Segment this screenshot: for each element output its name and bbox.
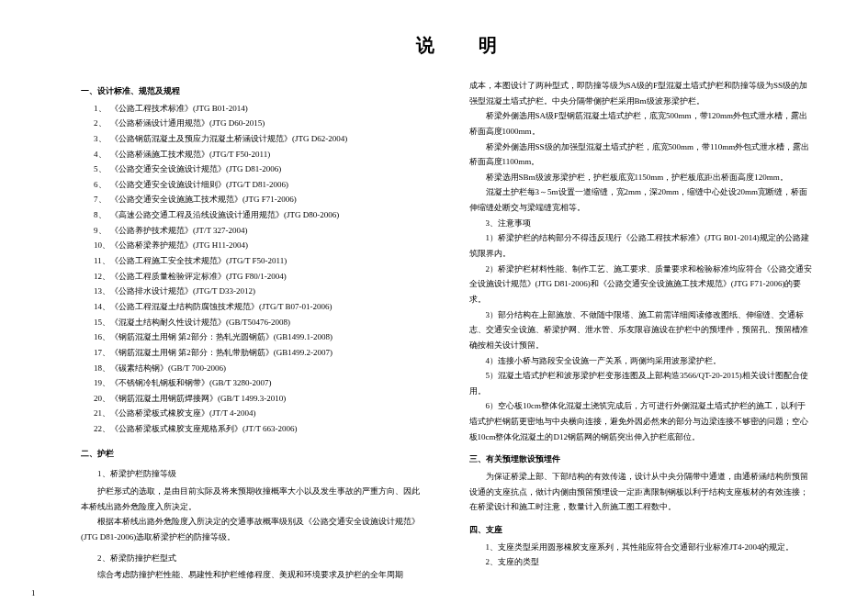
list-item: 3、《公路钢筋混凝土及预应力混凝土桥涵设计规范》(JTG D62-2004) [81, 131, 425, 147]
list-item-text: 《公路工程施工安全技术规范》(JTG/T F50-2011) [110, 256, 287, 265]
section-3-heading: 三、有关预埋散设预埋件 [469, 452, 814, 467]
list-item: 11、《公路工程施工安全技术规范》(JTG/T F50-2011) [81, 253, 425, 269]
columns: 一、设计标准、规范及规程 1、《公路工程技术标准》(JTG B01-2014) … [81, 78, 813, 596]
paragraph: 为保证桥梁上部、下部结构的有效传递，设计从中央分隔带中通道，由通桥涵结构所预留设… [469, 469, 814, 515]
page-number: 1 [31, 588, 36, 597]
list-item-text: 《公路桥梁板式橡胶支座》(JT/T 4-2004) [110, 408, 256, 418]
list-item-text: 《钢筋混凝土用钢 第2部分：热轧光圆钢筋》(GB1499.1-2008) [110, 332, 333, 341]
list-item-text: 《不锈钢冷轧钢板和钢带》(GB/T 3280-2007) [110, 378, 272, 387]
list-item: 9、《公路养护技术规范》(JT/T 327-2004) [81, 223, 425, 239]
note-item: 2）桥梁护栏材料性能、制作工艺、施工要求、质量要求和检验标准均应符合《公路交通安… [469, 262, 814, 307]
page-title: 说明 [0, 33, 868, 58]
paragraph: 混凝土护栏每3～5m设置一道缩缝，宽2mm，深20mm，缩缝中心处设20mm宽断… [469, 184, 814, 215]
paragraph: 综合考虑防撞护栏性能、易建性和护栏维修程度、美观和环境要求及护栏的全年周期 [81, 567, 425, 583]
list-item-text: 《公路桥梁板式橡胶支座规格系列》(JT/T 663-2006) [110, 424, 298, 433]
list-item: 2、《公路桥涵设计通用规范》(JTG D60-2015) [81, 116, 425, 131]
list-item: 4、《公路桥涵施工技术规范》(JTG/T F50-2011) [81, 147, 425, 162]
list-item: 18、《碳素结构钢》(GB/T 700-2006) [81, 361, 425, 376]
paragraph: 2、支座的类型 [469, 554, 814, 570]
section-2-1-heading: 1、桥梁护栏防撞等级 [81, 466, 425, 482]
list-item: 5、《公路交通安全设施设计规范》(JTG D81-2006) [81, 162, 425, 177]
notes-heading: 3、注意事项 [469, 216, 814, 231]
list-item: 14、《公路工程混凝土结构防腐蚀技术规范》(JTG/T B07-01-2006) [81, 299, 425, 315]
list-item-text: 《公路桥梁养护规范》(JTG H11-2004) [110, 240, 248, 250]
section-1-heading: 一、设计标准、规范及规程 [81, 84, 425, 99]
paragraph: 桥梁选用SBm级波形梁护栏，护栏板底宽1150mm，护栏板底距出桥面高度120m… [469, 170, 814, 185]
list-item-text: 《公路交通安全设施施工技术规范》(JTG F71-2006) [110, 195, 297, 204]
list-item-text: 《公路工程技术标准》(JTG B01-2014) [110, 104, 248, 113]
list-item-text: 《公路桥涵设计通用规范》(JTG D60-2015) [110, 118, 265, 128]
note-item: 6）空心板10cm整体化混凝土浇筑完成后，方可进行外侧混凝土墙式护栏的施工，以利… [469, 398, 814, 444]
list-item: 17、《钢筋混凝土用钢 第2部分：热轧带肋钢筋》(GB1499.2-2007) [81, 345, 425, 361]
list-item: 7、《公路交通安全设施施工技术规范》(JTG F71-2006) [81, 192, 425, 207]
section-2-2-heading: 2、桥梁防撞护栏型式 [81, 551, 425, 566]
note-item: 1）桥梁护栏的结构部分不得违反现行《公路工程技术标准》(JTG B01-2014… [469, 230, 814, 261]
list-item-text: 《公路桥涵施工技术规范》(JTG/T F50-2011) [110, 150, 270, 159]
section-4-heading: 四、支座 [469, 522, 814, 538]
list-item-text: 《混凝土结构耐久性设计规范》(GB/T50476-2008) [110, 318, 290, 327]
list-item: 16、《钢筋混凝土用钢 第2部分：热轧光圆钢筋》(GB1499.1-2008) [81, 329, 425, 345]
list-item: 13、《公路排水设计规范》(JTG/T D33-2012) [81, 284, 425, 299]
list-item-text: 《公路养护技术规范》(JT/T 327-2004) [110, 226, 248, 235]
list-item: 8、《高速公路交通工程及沿线设施设计通用规范》(JTG D80-2006) [81, 207, 425, 223]
document-page: 说明 一、设计标准、规范及规程 1、《公路工程技术标准》(JTG B01-201… [0, 0, 868, 614]
list-item-text: 《公路钢筋混凝土及预应力混凝土桥涵设计规范》(JTG D62-2004) [110, 134, 347, 143]
paragraph: 桥梁外侧选用SS级的加强型混凝土墙式护栏，底宽500mm，带110mm外包式泄水… [469, 140, 814, 170]
list-item: 10、《公路桥梁养护规范》(JTG H11-2004) [81, 238, 425, 253]
list-item: 19、《不锈钢冷轧钢板和钢带》(GB/T 3280-2007) [81, 375, 425, 391]
left-column: 一、设计标准、规范及规程 1、《公路工程技术标准》(JTG B01-2014) … [81, 78, 425, 596]
list-item: 12、《公路工程质量检验评定标准》(JTG F80/1-2004) [81, 269, 425, 285]
list-item: 21、《公路桥梁板式橡胶支座》(JT/T 4-2004) [81, 406, 425, 421]
list-item-text: 《钢筋混凝土用钢筋焊接网》(GB/T 1499.3-2010) [110, 394, 286, 403]
paragraph: 成本，本图设计了两种型式，即防撞等级为SA级的F型混凝土墙式护栏和防撞等级为SS… [469, 78, 814, 108]
note-item: 3）部分结构在上部施放、不做随中限塔、施工前需详细阅读修改图纸、伸缩缝、交通标志… [469, 307, 814, 353]
note-item: 5）混凝土墙式护栏和波形梁护栏变形连图及上部构造3566/QT-20-2015)… [469, 368, 814, 398]
list-item: 22、《公路桥梁板式橡胶支座规格系列》(JT/T 663-2006) [81, 421, 425, 437]
right-column: 成本，本图设计了两种型式，即防撞等级为SA级的F型混凝土墙式护栏和防撞等级为SS… [469, 78, 814, 596]
list-item-text: 《高速公路交通工程及沿线设施设计通用规范》(JTG D80-2006) [110, 210, 339, 219]
list-item: 6、《公路交通安全设施设计细则》(JTG/T D81-2006) [81, 177, 425, 193]
paragraph: 1、支座类型采用圆形橡胶支座系列，其性能应符合交通部行业标准JT4-2004的规… [469, 540, 814, 555]
list-item-text: 《公路交通安全设施设计细则》(JTG/T D81-2006) [110, 180, 288, 189]
paragraph: 桥梁外侧选用SA级F型钢筋混凝土墙式护栏，底宽500mm，带120mm外包式泄水… [469, 108, 814, 139]
paragraph: 根据本桥线出路外危险度入所决定的交通事故概率级别及《公路交通安全设施设计规范》(… [81, 514, 425, 544]
list-item: 15、《混凝土结构耐久性设计规范》(GB/T50476-2008) [81, 315, 425, 330]
list-item-text: 《公路工程混凝土结构防腐蚀技术规范》(JTG/T B07-01-2006) [110, 302, 333, 311]
note-item: 4）连接小桥与路段安全设施一产关系，两侧均采用波形梁护栏。 [469, 353, 814, 369]
list-item-text: 《公路排水设计规范》(JTG/T D33-2012) [110, 286, 255, 296]
list-item-text: 《钢筋混凝土用钢 第2部分：热轧带肋钢筋》(GB1499.2-2007) [110, 348, 333, 357]
section-2-heading: 二、护栏 [81, 446, 425, 462]
list-item: 1、《公路工程技术标准》(JTG B01-2014) [81, 101, 425, 117]
list-item-text: 《碳素结构钢》(GB/T 700-2006) [110, 363, 226, 373]
list-item: 20、《钢筋混凝土用钢筋焊接网》(GB/T 1499.3-2010) [81, 391, 425, 407]
paragraph: 护栏形式的选取，是由目前实际及将来预期收撞概率大小以及发生事故的严重方向、因此本… [81, 484, 425, 514]
list-item-text: 《公路工程质量检验评定标准》(JTG F80/1-2004) [110, 272, 287, 281]
list-item-text: 《公路交通安全设施设计规范》(JTG D81-2006) [110, 164, 281, 173]
